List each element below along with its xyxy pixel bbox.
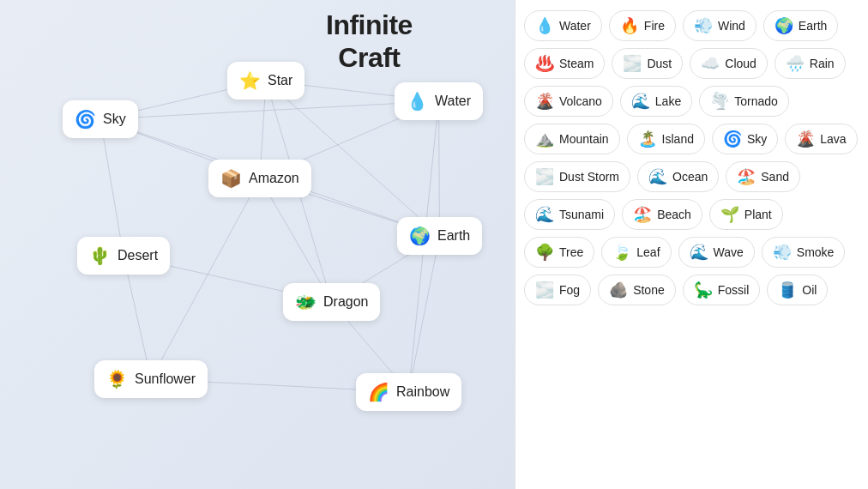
sunflower-label: Sunflower xyxy=(135,371,196,387)
card-sunflower[interactable]: 🌻Sunflower xyxy=(94,360,208,398)
fog-chip-icon: 🌫️ xyxy=(535,281,554,299)
lake-chip-label: Lake xyxy=(655,94,681,108)
card-amazon[interactable]: 📦Amazon xyxy=(208,160,311,197)
app-title: Infinite Craft xyxy=(326,9,413,75)
volcano-chip-icon: 🌋 xyxy=(535,92,554,111)
craft-canvas[interactable]: Infinite Craft 🌀Sky⭐Star💧Water📦Amazon🌍Ea… xyxy=(0,0,515,489)
chip-steam[interactable]: ♨️Steam xyxy=(524,48,605,79)
tornado-chip-icon: 🌪️ xyxy=(710,92,729,111)
elements-panel[interactable]: 💧Water🔥Fire💨Wind🌍Earth♨️Steam🌫️Dust☁️Clo… xyxy=(515,0,868,489)
steam-chip-icon: ♨️ xyxy=(535,54,554,73)
elements-grid: 💧Water🔥Fire💨Wind🌍Earth♨️Steam🌫️Dust☁️Clo… xyxy=(524,10,859,305)
card-water[interactable]: 💧Water xyxy=(395,82,483,120)
card-star[interactable]: ⭐Star xyxy=(227,62,304,100)
desert-label: Desert xyxy=(118,248,158,263)
chip-dust-storm[interactable]: 🌫️Dust Storm xyxy=(524,161,630,192)
ocean-chip-label: Ocean xyxy=(672,170,708,184)
leaf-chip-label: Leaf xyxy=(636,245,660,259)
tree-chip-icon: 🌳 xyxy=(535,243,554,262)
chip-oil[interactable]: 🛢️Oil xyxy=(767,275,828,305)
fossil-chip-label: Fossil xyxy=(718,283,750,297)
smoke-chip-icon: 💨 xyxy=(773,243,792,262)
steam-chip-label: Steam xyxy=(559,57,594,70)
rainbow-label: Rainbow xyxy=(396,384,449,400)
card-dragon[interactable]: 🐲Dragon xyxy=(283,283,380,321)
chip-volcano[interactable]: 🌋Volcano xyxy=(524,86,613,117)
earth-label: Earth xyxy=(437,228,470,244)
wave-chip-icon: 🌊 xyxy=(690,243,708,262)
wave-chip-label: Wave xyxy=(714,245,744,259)
oil-chip-icon: 🛢️ xyxy=(778,281,797,299)
chip-wind[interactable]: 💨Wind xyxy=(683,10,756,41)
chip-stone[interactable]: 🪨Stone xyxy=(598,275,676,305)
card-sky[interactable]: 🌀Sky xyxy=(63,100,138,138)
cloud-chip-label: Cloud xyxy=(725,57,756,70)
lava-chip-icon: 🌋 xyxy=(796,130,815,148)
chip-rain[interactable]: 🌧️Rain xyxy=(775,48,846,79)
earth-chip-icon: 🌍 xyxy=(775,16,793,35)
water-chip-icon: 💧 xyxy=(535,16,554,35)
mountain-chip-icon: ⛰️ xyxy=(535,130,554,148)
chip-wave[interactable]: 🌊Wave xyxy=(678,237,755,268)
chip-tree[interactable]: 🌳Tree xyxy=(524,237,594,268)
ocean-chip-icon: 🌊 xyxy=(648,167,667,186)
chip-sky[interactable]: 🌀Sky xyxy=(712,124,778,154)
chip-sand[interactable]: 🏖️Sand xyxy=(726,161,800,192)
chip-mountain[interactable]: ⛰️Mountain xyxy=(524,124,620,154)
chip-lava[interactable]: 🌋Lava xyxy=(785,124,857,154)
chip-dust[interactable]: 🌫️Dust xyxy=(612,48,683,79)
dust-storm-chip-icon: 🌫️ xyxy=(535,167,554,186)
svg-line-16 xyxy=(100,101,439,119)
rainbow-icon: 🌈 xyxy=(368,382,389,402)
wind-chip-label: Wind xyxy=(718,19,745,33)
leaf-chip-icon: 🍃 xyxy=(612,243,631,262)
card-earth[interactable]: 🌍Earth xyxy=(397,217,482,255)
chip-beach[interactable]: 🏖️Beach xyxy=(622,199,702,230)
chip-earth[interactable]: 🌍Earth xyxy=(763,10,838,41)
chip-smoke[interactable]: 💨Smoke xyxy=(762,237,846,268)
chip-fire[interactable]: 🔥Fire xyxy=(609,10,676,41)
chip-island[interactable]: 🏝️Island xyxy=(627,124,705,154)
rain-chip-label: Rain xyxy=(810,57,835,70)
card-rainbow[interactable]: 🌈Rainbow xyxy=(356,373,461,411)
star-label: Star xyxy=(268,73,292,88)
chip-fog[interactable]: 🌫️Fog xyxy=(524,275,591,305)
chip-lake[interactable]: 🌊Lake xyxy=(620,86,692,117)
amazon-label: Amazon xyxy=(249,171,299,186)
stone-chip-icon: 🪨 xyxy=(609,281,628,299)
dust-chip-icon: 🌫️ xyxy=(623,54,642,73)
star-icon: ⭐ xyxy=(239,70,261,91)
water-icon: 💧 xyxy=(407,91,428,112)
chip-water[interactable]: 💧Water xyxy=(524,10,602,41)
chip-ocean[interactable]: 🌊Ocean xyxy=(637,161,719,192)
desert-icon: 🌵 xyxy=(89,245,111,266)
chip-plant[interactable]: 🌱Plant xyxy=(709,199,783,230)
card-desert[interactable]: 🌵Desert xyxy=(77,237,170,275)
title-line2: Craft xyxy=(326,41,413,74)
chip-cloud[interactable]: ☁️Cloud xyxy=(690,48,768,79)
dust-storm-chip-label: Dust Storm xyxy=(559,170,619,184)
title-line1: Infinite xyxy=(326,9,413,41)
stone-chip-label: Stone xyxy=(633,283,665,297)
earth-icon: 🌍 xyxy=(409,226,431,246)
dust-chip-label: Dust xyxy=(647,57,672,70)
sand-chip-label: Sand xyxy=(761,170,789,184)
tsunami-chip-icon: 🌊 xyxy=(535,205,554,224)
chip-tornado[interactable]: 🌪️Tornado xyxy=(699,86,789,117)
chip-leaf[interactable]: 🍃Leaf xyxy=(601,237,671,268)
sky-label: Sky xyxy=(103,112,126,127)
tsunami-chip-label: Tsunami xyxy=(559,208,604,221)
fog-chip-label: Fog xyxy=(559,283,580,297)
dragon-icon: 🐲 xyxy=(295,292,316,312)
svg-line-11 xyxy=(409,236,440,392)
chip-tsunami[interactable]: 🌊Tsunami xyxy=(524,199,615,230)
dragon-label: Dragon xyxy=(323,294,368,310)
sky-icon: 🌀 xyxy=(75,109,96,130)
cloud-chip-icon: ☁️ xyxy=(701,54,720,73)
fire-chip-icon: 🔥 xyxy=(620,16,639,35)
amazon-icon: 📦 xyxy=(220,168,242,189)
oil-chip-label: Oil xyxy=(802,283,817,297)
rain-chip-icon: 🌧️ xyxy=(786,54,805,73)
chip-fossil[interactable]: 🦕Fossil xyxy=(683,275,761,305)
plant-chip-icon: 🌱 xyxy=(720,205,739,224)
